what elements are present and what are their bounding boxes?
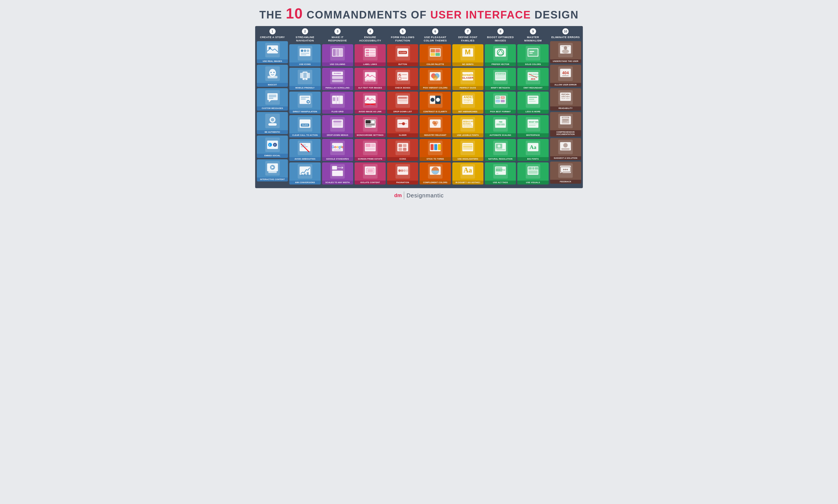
footer-brand: Designmantic: [406, 192, 444, 199]
card-icon-1-5: tf: [257, 136, 288, 154]
svg-point-24: [301, 50, 303, 52]
svg-rect-81: [370, 52, 375, 53]
card-label-6-1: COLOR PALETTE: [420, 62, 451, 66]
svg-text:borealis: borealis: [462, 73, 474, 76]
card-icon-1-3: [257, 88, 288, 106]
svg-rect-215: [529, 99, 534, 100]
card-8-3: PNGJPGBMPPICK BEST FORMAT: [485, 92, 516, 114]
col-title-10: ELIMINATE ERRORS: [551, 36, 580, 39]
svg-rect-183: [496, 78, 505, 79]
card-icon-3-4: [322, 115, 353, 133]
svg-rect-113: [398, 97, 407, 99]
svg-text:3bA abc: 3bA abc: [561, 97, 570, 100]
card-icon-4-3: [355, 92, 386, 110]
card-label-9-1: SOLID COLORS: [517, 62, 548, 66]
card-3-5: GoogleGOOGLE STANDARDS: [322, 139, 353, 161]
card-10-1: UNDERSTAND THE USER: [550, 41, 581, 63]
card-8-6: IMAGE TITLE</>USE ALT-TAGS: [485, 162, 516, 184]
card-icon-8-6: IMAGE TITLE</>: [485, 162, 516, 181]
card-3-3: FLUID GRID: [322, 92, 353, 114]
svg-rect-244: [563, 121, 569, 121]
svg-text:GLASER: GLASER: [462, 76, 473, 79]
card-1-4: BE AUTHENTIC: [257, 112, 288, 134]
col-number-7: 7: [465, 28, 471, 34]
svg-rect-115: [398, 100, 407, 101]
col-title-3: MAKE IT RESPONSIVE: [323, 36, 353, 42]
card-2-6: AIM CONVERSIONS: [289, 162, 320, 184]
card-2-3: DIRECT MANIPULATION: [289, 92, 320, 114]
svg-rect-171: [463, 146, 473, 147]
card-label-10-6: FEEDBACK: [550, 180, 581, 184]
card-label-4-5: SCREEN PRIME ESTATE: [355, 157, 386, 161]
svg-text:IMAGE TITLE: IMAGE TITLE: [496, 169, 505, 171]
svg-point-12: [270, 118, 274, 122]
card-label-9-3: LESS IS MORE: [517, 110, 548, 114]
card-7-2: borealisGLASERPERFECT DUOS: [452, 68, 483, 90]
svg-point-4: [270, 72, 271, 73]
card-label-7-5: USE HIGHLIGHTERS: [452, 157, 483, 161]
svg-rect-48: [301, 175, 303, 176]
svg-rect-95: [365, 124, 375, 125]
svg-rect-22: [268, 172, 277, 173]
card-label-8-1: PREFER VECTOR: [485, 62, 516, 66]
col-header-8: 8BOOST OPTIMIZED IMAGES: [485, 28, 516, 42]
card-label-5-6: PAGINATION: [387, 181, 418, 184]
card-8-2: META DATAMINIFY METADATA: [485, 68, 516, 90]
svg-rect-82: [365, 55, 369, 56]
svg-point-252: [567, 169, 568, 170]
card-icon-5-5: [387, 139, 418, 157]
svg-rect-45: [301, 145, 306, 146]
svg-rect-49: [304, 174, 306, 176]
card-5-3: DROP-DOWN LIST: [387, 92, 418, 114]
card-icon-9-1: [517, 44, 548, 62]
card-icon-5-4: [387, 115, 418, 133]
column-9: 9MASTER MINIMALISMSOLID COLORSADS POPUPF…: [517, 28, 548, 186]
svg-rect-225: [532, 167, 534, 170]
svg-rect-231: [561, 46, 570, 47]
card-icon-8-4: 7862880x1800: [485, 115, 516, 133]
col-title-9: MASTER MINIMALISM: [518, 36, 548, 42]
card-9-5: AaBIG FONTS: [517, 139, 548, 161]
svg-point-143: [436, 98, 440, 102]
svg-rect-149: [430, 144, 433, 150]
svg-rect-28: [301, 55, 306, 55]
card-2-5: AVOID AMBIGUITIES: [289, 139, 320, 161]
column-10: 10ELIMINATE ERRORSUNDERSTAND THE USER404…: [550, 28, 581, 186]
card-icon-5-2: [387, 68, 418, 86]
svg-rect-65: [333, 121, 342, 122]
card-label-1-3: CUSTOM MESSAGES: [257, 106, 288, 110]
svg-rect-122: [398, 144, 402, 147]
svg-point-26: [307, 50, 309, 52]
card-label-7-3: SET HIERARCHIES: [452, 110, 483, 114]
card-label-8-6: USE ALT-TAGS: [485, 181, 516, 184]
card-label-4-3: AVOID IMAGE AS LINK: [355, 110, 386, 114]
svg-rect-226: [535, 167, 538, 170]
card-5-5: ICONS: [387, 139, 418, 161]
card-label-10-3: READABILITY: [550, 106, 581, 110]
card-icon-4-1: [355, 44, 386, 62]
svg-point-251: [565, 169, 566, 170]
svg-rect-245: [563, 121, 567, 122]
svg-text:META DATA: META DATA: [496, 73, 505, 75]
card-icon-2-5: [289, 139, 320, 157]
main-wrapper: THE 10 COMMANDMENTS OF USER INTERFACE DE…: [251, 0, 587, 206]
card-label-9-2: OMIT REDUNDANT: [517, 86, 548, 90]
card-label-3-4: DROP-DOWN MENUS: [322, 133, 353, 137]
svg-rect-172: [463, 148, 473, 149]
svg-rect-67: [333, 125, 342, 126]
card-8-4: 7862880x1800AUTOMATE SCALING: [485, 115, 516, 137]
col-header-6: 6USE PLEASANT COLOR THEMES: [420, 28, 451, 42]
svg-rect-205: [528, 49, 537, 56]
col-number-9: 9: [530, 28, 536, 34]
card-label-4-4: MONOCHROME SETTINGS: [355, 133, 386, 137]
svg-rect-30: [303, 73, 307, 78]
card-icon-8-1: [485, 44, 516, 62]
card-1-1: USE REAL IMAGES: [257, 41, 288, 63]
col-header-5: 5FORM FOLLOWS FUNCTION: [387, 28, 418, 42]
col-number-8: 8: [497, 28, 504, 34]
card-label-8-2: MINIFY METADATA: [485, 86, 516, 90]
card-label-3-2: PARALLAX SCROLLING: [322, 86, 353, 90]
svg-text:BANNER: BANNER: [334, 72, 341, 74]
card-icon-3-2: BANNER: [322, 68, 353, 86]
card-label-6-2: PICK VIBRANT COLORS: [420, 86, 451, 90]
